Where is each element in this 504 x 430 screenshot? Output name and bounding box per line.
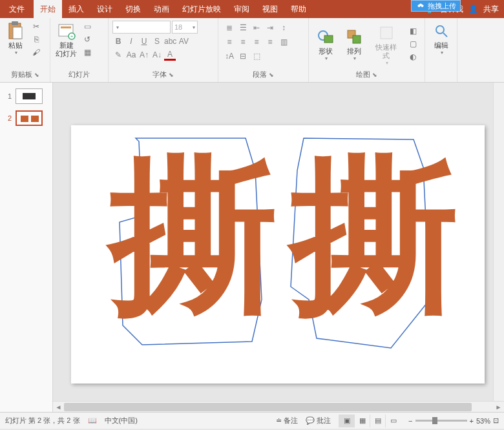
spellcheck-icon[interactable]: 📖 [88, 416, 97, 425]
shape-outline-button[interactable]: ▢ [406, 38, 419, 50]
align-left-button[interactable]: ≡ [224, 36, 235, 48]
tab-file[interactable]: 文件 [0, 0, 34, 18]
svg-rect-5 [13, 27, 22, 39]
copy-button[interactable]: ⎘ [30, 34, 43, 45]
thumbnail-2[interactable]: 2 [0, 108, 52, 128]
line-spacing-button[interactable]: ↕ [278, 22, 289, 34]
sorter-view-button[interactable]: ▦ [354, 415, 370, 427]
underline-button[interactable]: U [138, 36, 150, 47]
justify-button[interactable]: ≡ [264, 36, 276, 48]
text-direction-button[interactable]: ↕A [224, 50, 235, 62]
italic-button[interactable]: I [125, 36, 137, 47]
font-family-combo[interactable]: ▾ [112, 21, 171, 34]
chevron-down-icon: ▾ [386, 60, 388, 66]
reset-button[interactable]: ↺ [81, 34, 94, 45]
cloud-upload-button[interactable]: 拖拽上传 [411, 0, 461, 12]
zoom-in-button[interactable]: + [470, 417, 474, 425]
font-size-combo[interactable]: 18▾ [172, 21, 198, 34]
indent-inc-button[interactable]: ⇥ [264, 22, 276, 34]
slideshow-view-button[interactable]: ▭ [385, 415, 401, 427]
svg-rect-4 [12, 21, 18, 25]
paste-button[interactable]: 粘贴 ▾ [3, 19, 28, 57]
layout-button[interactable]: ▭ [81, 21, 94, 32]
change-case-button[interactable]: Aa [125, 49, 137, 61]
font-color-button[interactable]: A [164, 49, 176, 61]
share-button[interactable]: 共享 [483, 4, 499, 15]
indent-dec-button[interactable]: ⇤ [251, 22, 262, 34]
svg-text:+: + [70, 34, 73, 39]
horizontal-scrollbar[interactable]: ◄ ► [53, 401, 504, 412]
vertical-scrollbar[interactable] [493, 83, 504, 401]
align-text-button[interactable]: ⊟ [237, 50, 249, 62]
tab-design[interactable]: 设计 [90, 0, 119, 18]
notes-button[interactable]: ≐ 备注 [276, 416, 298, 425]
svg-point-2 [419, 4, 422, 6]
shadow-button[interactable]: abc [164, 36, 176, 47]
fit-window-button[interactable]: ⊡ [493, 416, 499, 425]
tab-slideshow[interactable]: 幻灯片放映 [176, 0, 227, 18]
svg-rect-14 [381, 27, 392, 39]
slide-canvas-area[interactable]: 撕 撕 ◄ ► [53, 83, 504, 412]
align-right-button[interactable]: ≡ [251, 36, 262, 48]
align-center-button[interactable]: ≡ [237, 36, 249, 48]
slide-thumbnail-panel: 1 2 [0, 83, 53, 412]
tab-view[interactable]: 视图 [256, 0, 284, 18]
numbering-button[interactable]: ☰ [237, 22, 249, 34]
chevron-down-icon: ▾ [325, 56, 328, 61]
reading-view-button[interactable]: ▤ [370, 415, 385, 427]
tab-animation[interactable]: 动画 [147, 0, 176, 18]
tab-help[interactable]: 帮助 [284, 0, 313, 18]
section-button[interactable]: ▦ [81, 46, 94, 58]
font-launcher[interactable]: ⬊ [169, 72, 174, 78]
grow-font-button[interactable]: A↑ [138, 49, 150, 61]
editing-button[interactable]: 编辑 ▾ [428, 19, 454, 57]
main-area: 1 2 撕 撕 ◄ ► [0, 83, 504, 412]
normal-view-button[interactable]: ▣ [339, 415, 354, 427]
highlight-button[interactable]: ✎ [112, 49, 124, 61]
clipboard-launcher[interactable]: ⬊ [34, 72, 39, 78]
zoom-out-button[interactable]: − [408, 417, 412, 425]
slide[interactable]: 撕 撕 [71, 125, 485, 384]
bullets-button[interactable]: ≣ [224, 22, 235, 34]
comments-button[interactable]: 💬 批注 [306, 416, 331, 425]
shape-fill-button[interactable]: ◧ [406, 25, 419, 37]
find-icon [431, 21, 452, 41]
slides-group-label: 幻灯片 [68, 70, 90, 79]
zoom-slider[interactable] [415, 420, 467, 422]
strikethrough-button[interactable]: S [151, 36, 163, 47]
smartart-button[interactable]: ⬚ [251, 50, 262, 62]
columns-button[interactable]: ▥ [278, 36, 289, 48]
thumbnail-1[interactable]: 1 [0, 87, 52, 106]
arrange-icon [344, 26, 364, 47]
spacing-button[interactable]: AV [178, 36, 189, 47]
drawing-launcher[interactable]: ⬊ [372, 72, 377, 78]
tab-insert[interactable]: 插入 [62, 0, 90, 18]
scroll-right-button[interactable]: ► [493, 402, 504, 413]
tab-home[interactable]: 开始 [34, 0, 62, 18]
shrink-font-button[interactable]: A↓ [151, 49, 163, 61]
paste-icon [5, 21, 26, 41]
tab-review[interactable]: 审阅 [227, 0, 256, 18]
shapes-button[interactable]: 形状 ▾ [313, 25, 339, 63]
arrange-button[interactable]: 排列 ▾ [341, 25, 367, 63]
drawing-group-label: 绘图 [356, 70, 370, 79]
scroll-thumb[interactable] [64, 403, 472, 411]
text-char-1[interactable]: 撕 [110, 151, 278, 319]
language-indicator[interactable]: 中文(中国) [105, 416, 138, 425]
tab-transition[interactable]: 切换 [119, 0, 147, 18]
paragraph-launcher[interactable]: ⬊ [269, 72, 274, 78]
zoom-level[interactable]: 53% [476, 417, 490, 425]
svg-point-15 [436, 26, 444, 34]
new-slide-button[interactable]: + 新建 幻灯片 [53, 19, 79, 59]
format-painter-button[interactable]: 🖌 [30, 46, 43, 58]
svg-rect-13 [353, 36, 361, 43]
quickstyle-button[interactable]: 快速样式 ▾ [370, 21, 403, 67]
new-slide-icon: + [56, 21, 77, 41]
text-char-2[interactable]: 撕 [291, 151, 459, 319]
bold-button[interactable]: B [112, 36, 124, 47]
svg-line-16 [443, 33, 447, 37]
scroll-left-button[interactable]: ◄ [53, 402, 64, 413]
cut-button[interactable]: ✂ [30, 21, 43, 32]
slide-counter[interactable]: 幻灯片 第 2 张，共 2 张 [5, 416, 80, 425]
shape-effects-button[interactable]: ◐ [406, 51, 419, 63]
